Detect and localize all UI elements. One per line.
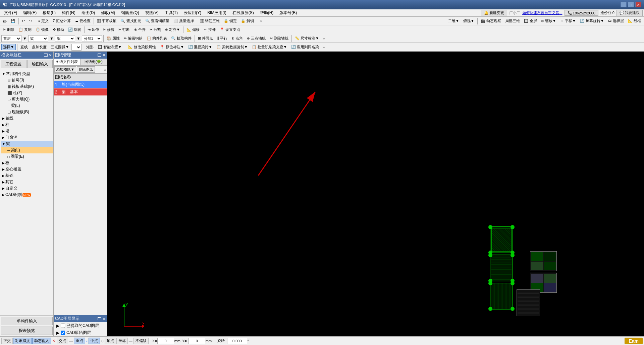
custom-folder-arrow[interactable]: ▶: [2, 187, 5, 190]
tb-merge[interactable]: ⊕ 合并: [132, 26, 147, 33]
toolbar1-expand[interactable]: »: [260, 19, 262, 23]
nav-beam-l[interactable]: ─ 梁(L): [1, 147, 53, 153]
hollow-folder-arrow[interactable]: ▶: [2, 167, 5, 171]
drawing-item-2[interactable]: 2 梁－基本: [54, 88, 107, 96]
tb-arc-select[interactable]: [71, 44, 82, 51]
tb-property[interactable]: 🏠 属性: [105, 35, 121, 42]
new-change-btn[interactable]: 🔔新建变更: [481, 10, 507, 16]
tb-dimension[interactable]: 📏 尺寸标注▼: [293, 35, 321, 42]
menu-edit[interactable]: 编辑(E): [20, 9, 39, 16]
menu-component[interactable]: 构件(N): [59, 9, 78, 16]
tb-mirror[interactable]: 🪞 镜像: [34, 26, 50, 33]
tb-angle-pt[interactable]: ⊕ 点角: [230, 35, 245, 42]
drawing-panel-expand[interactable]: »: [104, 67, 106, 72]
tb-wireframe[interactable]: 📐 线框: [626, 18, 643, 24]
nav-column[interactable]: ⬛ 柱(Z): [1, 90, 53, 96]
menu-view[interactable]: 视图(V): [143, 9, 161, 16]
nav-wall-folder[interactable]: ▶ 墙: [1, 128, 53, 134]
tb-modify-seg[interactable]: 📐 修改梁段属性: [126, 44, 158, 50]
tb-undo[interactable]: ↩: [20, 18, 26, 24]
cad-checkbox-extracted[interactable]: [61, 324, 65, 328]
tb-split[interactable]: ✂ 分割: [148, 26, 163, 33]
tb-apply-same[interactable]: 🔄 应用到同名梁: [289, 44, 321, 50]
cad-arrow-extracted[interactable]: ▶: [56, 324, 59, 328]
nav-shear-wall[interactable]: ▭ 剪力墙(Q): [1, 96, 53, 102]
common-arrow[interactable]: ▼: [2, 72, 5, 76]
report-preview-btn[interactable]: 报表预览: [1, 327, 53, 335]
midpt-btn[interactable]: 重点: [74, 338, 85, 344]
cad-panel-controls[interactable]: 🗔 ✕: [97, 317, 106, 321]
rotate-input[interactable]: [227, 338, 247, 344]
tb-parallel[interactable]: ∥ 平行: [215, 35, 229, 42]
tb-rect[interactable]: 矩形: [85, 44, 95, 50]
x-input[interactable]: [157, 338, 174, 344]
tb-two-pts[interactable]: ⊞ 并两点: [196, 35, 215, 42]
tb-align-top[interactable]: ▦ 平齐板顶: [95, 18, 118, 24]
tb-three-pts[interactable]: ⊕ 三点辅线: [245, 35, 267, 42]
tb-extend[interactable]: ⇥ 延伸: [86, 26, 101, 33]
tb-setpoint[interactable]: 📍 设置支点: [218, 26, 242, 33]
tb-lock[interactable]: 🔒 锁定: [222, 18, 238, 24]
menu-bim[interactable]: BIM应用(I): [205, 9, 229, 16]
no-move-btn[interactable]: 不偏移: [133, 338, 149, 344]
tb-component-list[interactable]: 📋 构件列表: [145, 35, 169, 42]
menu-file[interactable]: 文件(F): [1, 9, 20, 16]
tb-2d[interactable]: 二维▼: [446, 18, 461, 24]
nav-door-folder[interactable]: ▶ 门窗洞: [1, 134, 53, 141]
nav-cad-folder[interactable]: ▶ CAD识别 NEW: [1, 192, 53, 198]
nav-foundation-folder[interactable]: ▶ 基础: [1, 172, 53, 179]
beam-folder-arrow[interactable]: ▼: [2, 142, 5, 146]
tb-offset[interactable]: 📐 偏移: [185, 26, 201, 33]
tb-delete[interactable]: ✂ 删除: [1, 26, 16, 33]
tb-trim[interactable]: ✂ 修剪: [101, 26, 116, 33]
tb-save[interactable]: 💾: [9, 18, 17, 24]
slab-folder-arrow[interactable]: ▶: [2, 161, 5, 165]
tb-batch-id[interactable]: 📋 批量识别梁支座▼: [250, 44, 289, 50]
tb-edit-rebar[interactable]: ✏ 编辑钢筋: [122, 35, 144, 42]
layer-toolbar-expand[interactable]: »: [323, 36, 325, 41]
nav-col-folder[interactable]: ▶ 柱: [1, 122, 53, 128]
nav-hollow-folder[interactable]: ▶ 空心楼盖: [1, 166, 53, 172]
add-drawing-btn[interactable]: 添加图纸▼: [54, 66, 76, 73]
nav-beam-folder[interactable]: ▼ 梁: [1, 141, 53, 147]
tb-orig-mark[interactable]: 📍 原位标注▼: [158, 44, 186, 50]
tb-3d-rebar[interactable]: ▦ 钢筋三维: [199, 18, 221, 24]
tab-file-list[interactable]: 图纸文件列表: [54, 59, 80, 65]
nav-slab-folder[interactable]: ▶ 板: [1, 160, 53, 166]
tb-batch-select[interactable]: ⬜ 批量选择: [172, 18, 196, 24]
ortho-btn[interactable]: 正交: [1, 338, 13, 344]
tb-pick[interactable]: 🔍 拾取构件: [169, 35, 193, 42]
nav-raft[interactable]: ▦ 筏板基础(M): [1, 83, 53, 90]
tb-dynamic[interactable]: 🎬 动态观察: [479, 18, 503, 24]
menu-floor[interactable]: 楼层(L): [40, 9, 58, 16]
project-setup-btn[interactable]: 工程设置: [1, 60, 26, 68]
close-btn[interactable]: ✕: [635, 2, 641, 7]
tb-pan[interactable]: ↔ 平移▼: [558, 18, 578, 24]
minimize-btn[interactable]: ─: [621, 2, 627, 7]
menu-version[interactable]: 版本号(B): [277, 9, 300, 16]
del-drawing-btn[interactable]: 删除图纸: [77, 66, 95, 73]
nav-custom-folder[interactable]: ▶ 自定义: [1, 185, 53, 192]
menu-cloud[interactable]: 云应用(Y): [181, 9, 204, 16]
floor-select[interactable]: 首层: [1, 35, 21, 42]
coord-btn[interactable]: 坐标: [116, 338, 128, 344]
menu-draw[interactable]: 绘图(D): [79, 9, 98, 16]
menu-help[interactable]: 帮助(H): [257, 9, 276, 16]
tb-define[interactable]: ≡ 定义: [37, 18, 50, 24]
tb-align-btn[interactable]: ⊕ 对齐▼: [163, 26, 182, 33]
nav-axis[interactable]: ⊞ 轴网(J): [1, 77, 53, 83]
tab-tree[interactable]: 图纸树(🌳): [80, 59, 107, 65]
tb-break[interactable]: ✂ 打断: [117, 26, 131, 33]
tb-view-rebar[interactable]: 🔍 查看钢筋量: [144, 18, 171, 24]
tb-top-view[interactable]: 俯视▼: [462, 18, 476, 24]
tb-redo[interactable]: ↪: [27, 18, 34, 24]
nav-common-folder[interactable]: ▼ 常用构件类型: [1, 71, 53, 77]
tb-copy[interactable]: 📋 复制: [17, 26, 33, 33]
wall-folder-arrow[interactable]: ▶: [2, 129, 5, 133]
tb-rotate[interactable]: 🔄 屏幕旋转▼: [578, 18, 606, 24]
foundation-folder-arrow[interactable]: ▶: [2, 174, 5, 178]
tb-stretch[interactable]: ↔ 拉伸: [202, 26, 217, 33]
axis-folder-arrow[interactable]: ▶: [2, 117, 5, 120]
type-select2[interactable]: 梁: [55, 35, 75, 42]
menu-rebar[interactable]: 钢筋量(Q): [118, 9, 142, 16]
